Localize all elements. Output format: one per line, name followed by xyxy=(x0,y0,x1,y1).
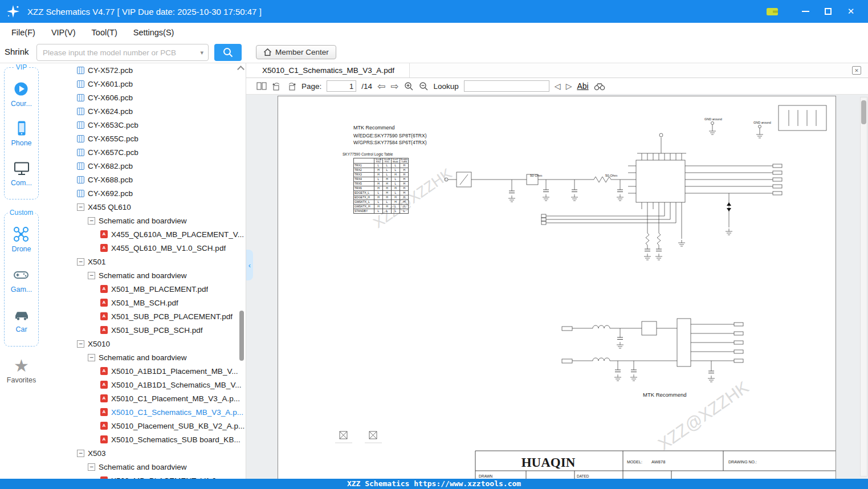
menu-item-vip[interactable]: VIP(V) xyxy=(43,28,84,37)
tree-item[interactable]: −Schematic and boardview xyxy=(43,268,246,282)
tree-item[interactable]: −X501 xyxy=(43,255,246,268)
zoom-out-icon[interactable] xyxy=(419,82,429,91)
tree-item[interactable]: CY-X601.pcb xyxy=(43,77,246,91)
drone-icon xyxy=(13,226,30,243)
next-page-icon[interactable]: ⇨ xyxy=(390,82,398,91)
window-controls: ✕ xyxy=(764,3,868,19)
tree-item[interactable]: CY-X657C.pcb xyxy=(43,145,246,159)
category-sidebar: VIP Cour... Phone Com... Custom Drone xyxy=(0,63,43,479)
viewer-scrollbar[interactable] xyxy=(860,97,867,476)
tree-item[interactable]: AX503_MB_PLACEMENT_V1.0_... xyxy=(43,474,246,479)
panel-collapse-handle[interactable]: ‹ xyxy=(246,250,253,280)
zoom-in-icon[interactable] xyxy=(404,82,414,91)
pdf-file-icon: A xyxy=(100,394,108,402)
tree-item[interactable]: AX5010_A1B1D1_Schematics_MB_V... xyxy=(43,378,246,392)
document-tab[interactable]: X5010_C1_Schematics_MB_V3_A.pdf xyxy=(246,63,410,78)
tree-item[interactable]: CY-X692.pcb xyxy=(43,186,246,200)
collapse-minus-icon[interactable]: − xyxy=(88,217,95,225)
sidebar-item-course[interactable]: Cour... xyxy=(11,80,32,108)
pcb-file-icon xyxy=(77,190,84,197)
tree-item[interactable]: CY-X653C.pcb xyxy=(43,118,246,132)
pdf-canvas: XZZ@XZZHK XZZ@XZZHK MTK Recommend W/EDGE… xyxy=(246,95,868,479)
tree-item-label: X5010_C1_Schematics_MB_V3_A.p... xyxy=(111,408,243,417)
tree-item[interactable]: −X455 QL610 xyxy=(43,200,246,214)
tree-item-label: X501 xyxy=(88,258,106,266)
minimize-button[interactable] xyxy=(797,3,813,19)
previous-page-icon[interactable]: ⇦ xyxy=(377,82,385,91)
sidebar-item-game[interactable]: Gam... xyxy=(11,266,32,294)
collapse-minus-icon[interactable]: − xyxy=(88,354,95,361)
tree-item[interactable]: AX455_QL610A_MB_PLACEMENT_V... xyxy=(43,227,246,241)
tree-item[interactable]: AX501_MB_PLACEMENT.pdf xyxy=(43,282,246,296)
page-number-input[interactable] xyxy=(327,80,356,92)
tree-item[interactable]: CY-X624.pcb xyxy=(43,104,246,118)
tree-item[interactable]: AX5010_Schematics_SUB board_KB... xyxy=(43,433,246,446)
member-center-button[interactable]: Member Center xyxy=(256,45,336,59)
tree-item[interactable]: −Schematic and boardview xyxy=(43,351,246,364)
svg-text:SKY77590 Control Logic Table: SKY77590 Control Logic Table xyxy=(343,152,393,157)
binoculars-icon[interactable] xyxy=(594,82,605,91)
tree-item[interactable]: AX501_SUB_PCB_PLACEMENT.pdf xyxy=(43,309,246,323)
chevron-down-icon[interactable]: ▾ xyxy=(200,49,208,56)
find-previous-icon[interactable]: ◁ xyxy=(555,82,561,90)
shrink-button[interactable]: Shrink xyxy=(5,47,29,56)
tree-item-label: CY-X572.pcb xyxy=(88,66,133,75)
rotate-left-icon[interactable] xyxy=(272,82,282,91)
pcb-file-icon xyxy=(77,149,84,156)
rotate-right-icon[interactable] xyxy=(287,82,296,91)
tree-item[interactable]: CY-X572.pcb xyxy=(43,63,246,77)
home-icon xyxy=(263,48,272,56)
menu-item-file[interactable]: File(F) xyxy=(3,28,43,37)
tree-item[interactable]: CY-X606.pcb xyxy=(43,91,246,104)
logic-table: VctrlA RS2VctrlB RS1VctrlC ModeEnable Tx… xyxy=(353,158,409,214)
model-search-input[interactable] xyxy=(37,48,200,57)
close-button[interactable]: ✕ xyxy=(843,3,859,19)
lookup-input[interactable] xyxy=(464,80,549,92)
tree-item[interactable]: CY-X688.pcb xyxy=(43,173,246,186)
menu-item-settings[interactable]: Settings(S) xyxy=(125,28,182,37)
viewer-scrollbar-thumb[interactable] xyxy=(861,100,866,124)
collapse-minus-icon[interactable]: − xyxy=(77,450,84,457)
tree-item[interactable]: −Schematic and boardview xyxy=(43,460,246,474)
sidebar-item-label: Car xyxy=(15,325,27,333)
search-button[interactable] xyxy=(214,44,242,61)
menu-item-tool[interactable]: Tool(T) xyxy=(84,28,125,37)
pdf-file-icon: A xyxy=(100,230,108,238)
tree-item[interactable]: AX5010_C1_Schematics_MB_V3_A.p... xyxy=(43,405,246,419)
pcb-file-icon xyxy=(77,94,84,101)
schematic-drawing: XZZ@XZZHK XZZ@XZZHK MTK Recommend W/EDGE… xyxy=(278,96,837,479)
tree-item[interactable]: AX455_QL610_MB_V1.0_SCH.pdf xyxy=(43,241,246,255)
collapse-minus-icon[interactable]: − xyxy=(77,340,84,348)
sidebar-item-favorites[interactable]: ★ Favorites xyxy=(0,357,43,385)
tree-item[interactable]: AX501_MB_SCH.pdf xyxy=(43,296,246,309)
tree-item[interactable]: CY-X682.pcb xyxy=(43,159,246,173)
collapse-minus-icon[interactable]: − xyxy=(88,463,95,471)
tree-item[interactable]: AX5010_Placement_SUB_KB_V2_A.p... xyxy=(43,419,246,433)
tree-item[interactable]: AX5010_A1B1D1_Placement_MB_V... xyxy=(43,364,246,378)
vip-card-icon[interactable] xyxy=(764,3,780,19)
tree-item-label: X455 QL610 xyxy=(88,203,131,211)
tree-item[interactable]: −Schematic and boardview xyxy=(43,214,246,227)
sidebar-item-computer[interactable]: Com... xyxy=(11,160,32,187)
file-tree: CY-X572.pcbCY-X601.pcbCY-X606.pcbCY-X624… xyxy=(43,63,246,479)
two-page-view-icon[interactable] xyxy=(256,82,267,91)
tree-scrollbar-thumb[interactable] xyxy=(239,311,244,361)
sidebar-item-car[interactable]: Car xyxy=(13,306,30,333)
pcb-file-icon xyxy=(77,108,84,115)
collapse-minus-icon[interactable]: − xyxy=(77,203,84,211)
tree-item[interactable]: CY-X655C.pcb xyxy=(43,132,246,145)
sidebar-item-drone[interactable]: Drone xyxy=(11,226,31,253)
sidebar-item-phone[interactable]: Phone xyxy=(11,120,31,147)
tree-item[interactable]: −X503 xyxy=(43,446,246,460)
pcb-file-icon xyxy=(77,67,84,74)
tree-item[interactable]: AX501_SUB_PCB_SCH.pdf xyxy=(43,323,246,337)
maximize-button[interactable] xyxy=(820,3,836,19)
tree-item[interactable]: AX5010_C1_Placement_MB_V3_A.p... xyxy=(43,392,246,405)
find-next-icon[interactable]: ▷ xyxy=(566,82,572,90)
tree-item[interactable]: −X5010 xyxy=(43,337,246,351)
close-document-icon[interactable]: ✕ xyxy=(852,66,861,75)
collapse-minus-icon[interactable]: − xyxy=(77,258,84,266)
star-icon: ★ xyxy=(0,357,43,374)
match-case-button[interactable]: Abi xyxy=(577,82,588,91)
collapse-minus-icon[interactable]: − xyxy=(88,272,95,279)
